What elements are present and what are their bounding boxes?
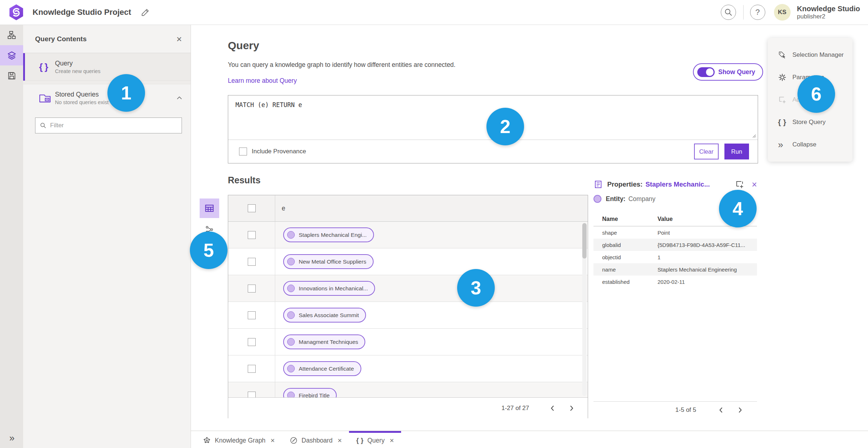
- results-table-body: Staplers Mechanical Engi... New Metal Of…: [228, 222, 588, 397]
- row-checkbox[interactable]: [248, 285, 256, 293]
- search-button[interactable]: [721, 5, 736, 20]
- close-properties-icon[interactable]: ×: [752, 180, 757, 189]
- tab-knowledge-graph[interactable]: Knowledge Graph ×: [195, 431, 282, 448]
- entity-dot-icon: [287, 338, 295, 346]
- entity-chip[interactable]: Managment Techniques: [283, 334, 365, 349]
- query-contents-panel: Query Contents × { } Query Create new qu…: [23, 25, 191, 448]
- rail-layers-button[interactable]: [0, 45, 23, 65]
- tab-query[interactable]: { } Query ×: [349, 431, 401, 448]
- table-scrollbar[interactable]: [582, 223, 587, 396]
- close-tab-icon[interactable]: ×: [390, 436, 394, 445]
- callout-badge-4: 4: [719, 190, 757, 227]
- scrollbar-thumb[interactable]: [582, 223, 587, 259]
- rail-hierarchy-button[interactable]: [0, 25, 23, 45]
- tab-dashboard[interactable]: Dashboard ×: [282, 431, 349, 448]
- expand-rail-button[interactable]: »: [0, 431, 23, 445]
- entity-dot-icon: [287, 258, 295, 265]
- close-tab-icon[interactable]: ×: [271, 436, 275, 445]
- entity-chip[interactable]: Sales Associate Summit: [283, 308, 366, 323]
- prop-col-value: Value: [658, 216, 673, 222]
- clear-button[interactable]: Clear: [694, 144, 719, 159]
- left-icon-rail: »: [0, 25, 23, 448]
- properties-next-button[interactable]: [734, 404, 746, 416]
- results-table-header: e: [228, 195, 588, 222]
- properties-entity-link[interactable]: Staplers Mechanic...: [646, 180, 710, 188]
- add-to-icon: [778, 95, 792, 104]
- run-button[interactable]: Run: [724, 144, 749, 159]
- search-icon: [40, 122, 47, 129]
- tab-label: Query: [367, 437, 385, 444]
- resize-handle-icon[interactable]: [752, 134, 756, 138]
- entity-chip[interactable]: Staplers Mechanical Engi...: [283, 227, 374, 242]
- properties-header: Properties: Staplers Mechanic... ×: [593, 180, 757, 189]
- user-block[interactable]: Knowledge Studio publisher2: [797, 4, 860, 20]
- menu-item-collapse[interactable]: » Collapse: [768, 133, 852, 156]
- entity-dot-icon: [287, 392, 295, 397]
- property-row: globalid{5D9B4713-F98D-4A53-A59F-C11...: [593, 239, 757, 251]
- menu-item-store-query[interactable]: { } Store Query: [768, 111, 852, 133]
- close-tab-icon[interactable]: ×: [337, 436, 342, 445]
- row-checkbox[interactable]: [248, 231, 256, 239]
- entity-chip[interactable]: New Metal Office Suppliers: [283, 254, 374, 269]
- show-query-toggle[interactable]: Show Query: [693, 63, 763, 81]
- edit-title-icon[interactable]: [141, 8, 150, 17]
- stored-queries-label: Stored Queries: [55, 91, 109, 98]
- help-button[interactable]: ?: [750, 5, 765, 20]
- user-name: Knowledge Studio: [797, 4, 860, 13]
- prop-col-name: Name: [602, 216, 658, 222]
- app-logo-icon[interactable]: [9, 4, 24, 21]
- row-checkbox[interactable]: [248, 365, 256, 373]
- row-checkbox[interactable]: [248, 392, 256, 398]
- save-icon: [7, 71, 16, 80]
- callout-badge-6: 6: [797, 75, 835, 113]
- row-checkbox[interactable]: [248, 311, 256, 319]
- top-bar: Knowledge Studio Project ? KS Knowledge …: [0, 0, 868, 25]
- contents-item-query[interactable]: { } Query Create new queries: [23, 53, 191, 81]
- section-divider: [23, 81, 191, 84]
- add-to-icon[interactable]: [735, 180, 744, 189]
- bottom-tab-bar: Knowledge Graph × Dashboard × { } Query …: [191, 431, 868, 448]
- filter-input[interactable]: [50, 122, 178, 129]
- app-title: Knowledge Studio Project: [33, 8, 131, 17]
- properties-doc-icon: [593, 180, 603, 189]
- row-checkbox[interactable]: [248, 338, 256, 346]
- entity-dot-icon: [287, 365, 295, 372]
- include-provenance-checkbox[interactable]: [239, 148, 247, 155]
- hierarchy-icon: [7, 30, 16, 40]
- row-checkbox[interactable]: [248, 258, 256, 266]
- table-row: Sales Associate Summit: [228, 302, 588, 329]
- menu-item-selection-manager[interactable]: Selection Manager: [768, 44, 852, 66]
- properties-prev-button[interactable]: [715, 404, 727, 416]
- table-row: New Metal Office Suppliers: [228, 248, 588, 275]
- avatar[interactable]: KS: [774, 4, 791, 21]
- table-row: Firebird Title: [228, 382, 588, 397]
- entity-dot-icon: [287, 285, 295, 292]
- entity-chip[interactable]: Attendance Certificate: [283, 361, 361, 376]
- learn-more-link[interactable]: Learn more about Query: [228, 77, 297, 85]
- results-next-button[interactable]: [565, 402, 578, 414]
- table-view-button[interactable]: [200, 199, 219, 218]
- contents-panel-header: Query Contents ×: [23, 25, 191, 53]
- chevron-left-icon: [549, 405, 556, 411]
- entity-chip[interactable]: Firebird Title: [283, 388, 337, 397]
- close-panel-icon[interactable]: ×: [176, 34, 182, 44]
- chevron-right-icon: [737, 407, 743, 413]
- chevron-left-icon: [718, 407, 724, 413]
- contents-item-stored-queries[interactable]: Stored Queries No stored queries exist: [23, 84, 191, 112]
- column-header-e: e: [275, 195, 588, 221]
- query-page-title: Query: [228, 39, 259, 52]
- results-title: Results: [228, 175, 260, 185]
- entity-chip[interactable]: Innovations in Mechanical...: [283, 281, 375, 296]
- property-row: nameStaplers Mechanical Engineering: [593, 263, 757, 276]
- callout-badge-5: 5: [190, 231, 227, 269]
- chevron-up-icon[interactable]: [175, 94, 183, 102]
- entity-dot-icon: [287, 231, 295, 239]
- braces-icon: { }: [778, 118, 792, 127]
- select-all-checkbox[interactable]: [248, 204, 256, 212]
- search-icon: [724, 8, 733, 17]
- rail-save-button[interactable]: [0, 65, 23, 86]
- results-prev-button[interactable]: [546, 402, 559, 414]
- stored-queries-description: No stored queries exist: [55, 99, 109, 105]
- entity-dot-icon: [287, 311, 295, 319]
- property-row: established2020-02-11: [593, 276, 757, 288]
